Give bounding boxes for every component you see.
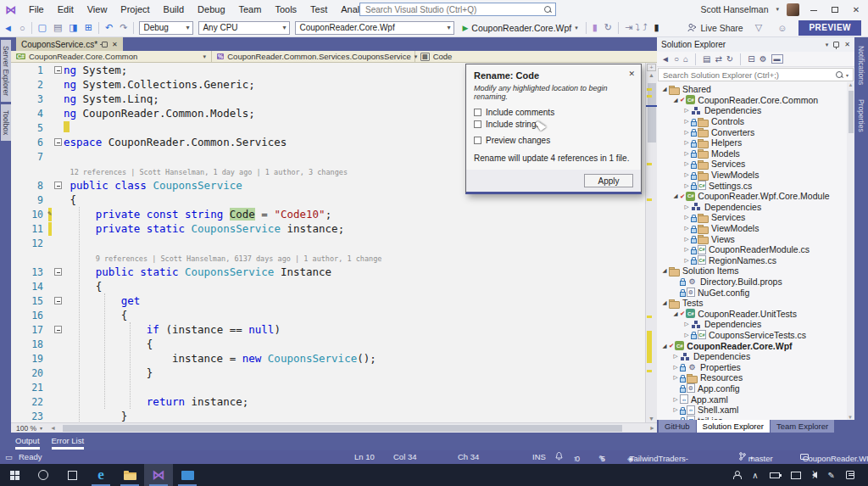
- task-view-button[interactable]: [58, 464, 86, 486]
- collapsed-arrow-icon[interactable]: ▷: [682, 214, 691, 221]
- quick-search-input[interactable]: [365, 5, 544, 14]
- zoom-dropdown-icon[interactable]: ▾: [40, 425, 42, 431]
- feedback-status-icon[interactable]: ▭: [5, 452, 13, 461]
- tree-item-converters[interactable]: ▷Converters: [657, 126, 854, 137]
- start-debugging-button[interactable]: ▶ CouponReader.Core.Wpf ▾: [457, 23, 582, 33]
- collapsed-arrow-icon[interactable]: ▷: [682, 204, 691, 210]
- menu-team[interactable]: Team: [232, 0, 269, 19]
- collapsed-arrow-icon[interactable]: ▷: [682, 182, 691, 189]
- code-line[interactable]: 11 private static CouponsService instanc…: [11, 221, 645, 236]
- redo-icon[interactable]: ↷: [116, 22, 131, 33]
- scroll-up-icon[interactable]: ▲: [648, 72, 654, 78]
- tree-item-couponreader-core-common[interactable]: ◢✔CouponReader.Core.Common: [657, 95, 854, 106]
- solution-explorer-search[interactable]: ▾: [658, 68, 854, 81]
- fold-margin[interactable]: [53, 268, 64, 276]
- collapsed-arrow-icon[interactable]: ▷: [682, 225, 691, 232]
- solution-search-input[interactable]: [663, 70, 836, 80]
- tree-item-directory-build-props[interactable]: Directory.Build.props: [657, 277, 854, 288]
- preview-button[interactable]: PREVIEW: [798, 20, 861, 36]
- open-icon[interactable]: ▤: [703, 54, 710, 64]
- pin-icon[interactable]: [102, 42, 108, 47]
- tree-item-dependencies[interactable]: ▷Dependencies: [657, 202, 854, 213]
- previewbox-icon[interactable]: ▬: [771, 54, 783, 64]
- file-explorer-taskbar-button[interactable]: [115, 464, 144, 486]
- startup-project-dropdown[interactable]: CouponReader.Core.Wpf▾: [295, 21, 454, 35]
- scroll-left-icon[interactable]: ◄: [50, 425, 56, 431]
- fold-margin[interactable]: [53, 138, 64, 146]
- avatar[interactable]: [787, 3, 799, 16]
- tree-scrollbar[interactable]: ▲ ▼: [847, 82, 854, 420]
- chevron-up-icon[interactable]: ∧: [752, 471, 758, 480]
- undo-icon[interactable]: ↶: [102, 22, 116, 33]
- tool-tab-notifications[interactable]: Notifications: [856, 40, 866, 91]
- tree-item-tests[interactable]: ◢Tests: [657, 298, 854, 309]
- sync-icon[interactable]: ⇄: [715, 54, 721, 64]
- tree-item-services[interactable]: ▷Services: [657, 159, 854, 170]
- collapsed-arrow-icon[interactable]: ▷: [682, 150, 691, 157]
- feedback-icon[interactable]: ☺: [774, 23, 790, 33]
- collapsed-arrow-icon[interactable]: ▷: [671, 364, 680, 371]
- splitter-icon[interactable]: +: [647, 64, 656, 71]
- collapse-icon[interactable]: ⊟: [748, 54, 754, 64]
- panel-tab-team-explorer[interactable]: Team Explorer: [771, 420, 834, 433]
- scroll-right-icon[interactable]: ►: [649, 425, 657, 431]
- collapse-region-icon[interactable]: [54, 297, 62, 304]
- collapsed-arrow-icon[interactable]: ▷: [682, 236, 691, 243]
- expanded-arrow-icon[interactable]: ◢: [660, 299, 669, 306]
- solution-configuration-dropdown[interactable]: Debug▾: [139, 21, 193, 35]
- tree-item-helpers[interactable]: ▷Helpers: [657, 137, 854, 148]
- collapsed-arrow-icon[interactable]: ▷: [682, 257, 691, 264]
- fold-margin[interactable]: [53, 182, 64, 189]
- collapse-region-icon[interactable]: [54, 138, 62, 146]
- filter-icon[interactable]: ▽: [752, 22, 765, 33]
- solution-explorer-header[interactable]: Solution Explorer ▾ ✕: [657, 37, 854, 52]
- tree-item-resources[interactable]: ▷Resources: [657, 372, 854, 383]
- collapsed-arrow-icon[interactable]: ▷: [671, 353, 680, 360]
- collapsed-arrow-icon[interactable]: ▷: [671, 406, 680, 413]
- home-icon[interactable]: ⌂: [683, 54, 688, 64]
- visual-studio-taskbar-button[interactable]: ⋈: [144, 464, 173, 486]
- collapsed-arrow-icon[interactable]: ▷: [682, 107, 691, 114]
- collapsed-arrow-icon[interactable]: ▷: [671, 396, 680, 403]
- people-icon[interactable]: [732, 471, 741, 479]
- codelens-row[interactable]: 9 references | Scott Hanselman, 6137 day…: [11, 250, 645, 265]
- battery-icon[interactable]: [770, 472, 780, 478]
- collapse-region-icon[interactable]: [54, 268, 62, 276]
- attach-icon[interactable]: ▮: [589, 22, 601, 33]
- bottom-tab-error-list[interactable]: Error List: [52, 434, 85, 450]
- menu-view[interactable]: View: [81, 0, 114, 19]
- tree-item-settings-cs[interactable]: ▷Settings.cs: [657, 180, 854, 191]
- save-all-icon[interactable]: ⊞: [81, 22, 96, 33]
- zoom-control[interactable]: 100 % ▾: [11, 424, 50, 433]
- editor-vertical-scrollbar[interactable]: + ▲ ▼: [645, 63, 657, 422]
- code-line[interactable]: 22 return instance;: [11, 394, 645, 409]
- collapse-region-icon[interactable]: [54, 326, 62, 333]
- tree-item-couponreader-unittests[interactable]: ◢✔CouponReader.UnitTests: [657, 308, 854, 319]
- window-position-icon[interactable]: ▾: [826, 42, 829, 48]
- tree-item-couponsservicetests-cs[interactable]: ▷CouponsServiceTests.cs: [657, 330, 854, 341]
- fold-margin[interactable]: [53, 66, 64, 74]
- open-file-icon[interactable]: ▤: [50, 22, 65, 33]
- edge-taskbar-button[interactable]: e: [86, 464, 115, 486]
- tool-tab-properties[interactable]: Properties: [856, 93, 866, 138]
- menu-edit[interactable]: Edit: [51, 0, 81, 19]
- tree-item-shell-xaml[interactable]: ▷Shell.xaml: [657, 405, 854, 416]
- back-icon[interactable]: ◄: [661, 54, 670, 64]
- user-dropdown-icon[interactable]: ▾: [776, 6, 779, 13]
- apply-button[interactable]: Apply: [584, 174, 633, 187]
- menu-build[interactable]: Build: [157, 0, 191, 19]
- tree-item-app-config[interactable]: App.config: [657, 383, 854, 394]
- collapsed-arrow-icon[interactable]: ▷: [682, 118, 691, 125]
- user-name[interactable]: Scott Hanselman: [701, 4, 769, 14]
- collapsed-arrow-icon[interactable]: ▷: [682, 160, 691, 167]
- start-button[interactable]: [0, 464, 29, 486]
- code-line[interactable]: 20 }: [11, 366, 645, 380]
- quick-search-box[interactable]: [359, 3, 556, 16]
- menu-test[interactable]: Test: [303, 0, 334, 19]
- tree-item-properties[interactable]: ▷Properties: [657, 361, 854, 372]
- hscrollbar-thumb[interactable]: [63, 425, 622, 432]
- collapse-region-icon[interactable]: [54, 66, 62, 74]
- code-line[interactable]: 19 instance = new CouponsService();: [11, 351, 645, 366]
- tree-item-controls[interactable]: ▷Controls: [657, 116, 854, 127]
- tree-item-solution-items[interactable]: ◢Solution Items: [657, 265, 854, 277]
